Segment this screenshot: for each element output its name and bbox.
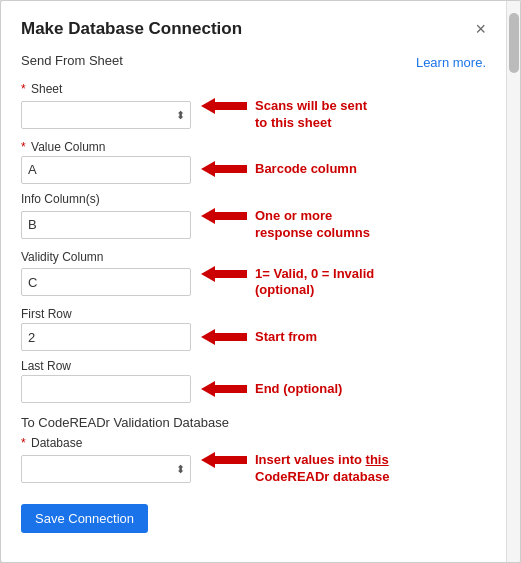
validity-column-input[interactable] xyxy=(21,268,191,296)
value-column-input[interactable] xyxy=(21,156,191,184)
sheet-input-row: Scans will be sentto this sheet xyxy=(21,98,486,132)
to-codereadr-label: To CodeREADr Validation Database xyxy=(21,415,486,430)
value-column-arrow-shaft xyxy=(215,165,247,173)
sheet-label: * Sheet xyxy=(21,82,486,96)
value-column-input-row: Barcode column xyxy=(21,156,486,184)
save-button-container: Save Connection xyxy=(21,494,486,533)
sheet-arrow-head xyxy=(201,98,215,114)
database-select[interactable] xyxy=(21,455,191,483)
info-columns-annotation: One or moreresponse columns xyxy=(201,208,370,242)
database-select-wrapper xyxy=(21,455,191,483)
send-from-sheet-label: Send From Sheet xyxy=(21,53,123,68)
info-columns-annotation-text: One or moreresponse columns xyxy=(255,208,370,242)
validity-column-annotation-text: 1= Valid, 0 = Invalid(optional) xyxy=(255,266,374,300)
validity-column-field-group: Validity Column 1= Valid, 0 = Invalid(op… xyxy=(21,250,486,300)
first-row-input-row: Start from xyxy=(21,323,486,351)
database-arrow-shaft xyxy=(215,456,247,464)
database-annotation-text: Insert values into thisCodeREADr databas… xyxy=(255,452,389,486)
validity-column-arrow-shaft xyxy=(215,270,247,278)
info-columns-arrow-head xyxy=(201,208,215,224)
value-column-label: * Value Column xyxy=(21,140,486,154)
dialog-title: Make Database Connection xyxy=(21,19,242,39)
first-row-annotation: Start from xyxy=(201,329,317,346)
sheet-annotation-text: Scans will be sentto this sheet xyxy=(255,98,367,132)
sheet-field-group: * Sheet Scans will be sentto this sheet xyxy=(21,82,486,132)
database-field-group: * Database Insert values into thisCodeRE… xyxy=(21,436,486,486)
scrollbar[interactable] xyxy=(506,1,520,562)
title-row: Make Database Connection × xyxy=(21,19,486,39)
first-row-arrow-shaft xyxy=(215,333,247,341)
info-columns-input-row: One or moreresponse columns xyxy=(21,208,486,242)
value-column-annotation-text: Barcode column xyxy=(255,161,357,178)
info-columns-field-group: Info Column(s) One or moreresponse colum… xyxy=(21,192,486,242)
value-column-field-group: * Value Column Barcode column xyxy=(21,140,486,184)
sheet-select[interactable] xyxy=(21,101,191,129)
last-row-arrow xyxy=(201,381,247,397)
first-row-arrow xyxy=(201,329,247,345)
dialog-content: Make Database Connection × Send From She… xyxy=(1,1,506,562)
last-row-input-row: End (optional) xyxy=(21,375,486,403)
database-arrow-head xyxy=(201,452,215,468)
validity-column-arrow xyxy=(201,266,247,282)
first-row-label: First Row xyxy=(21,307,486,321)
save-connection-button[interactable]: Save Connection xyxy=(21,504,148,533)
sheet-arrow-shaft xyxy=(215,102,247,110)
learn-more-link[interactable]: Learn more. xyxy=(416,55,486,70)
info-columns-arrow xyxy=(201,208,247,224)
last-row-label: Last Row xyxy=(21,359,486,373)
validity-column-input-row: 1= Valid, 0 = Invalid(optional) xyxy=(21,266,486,300)
info-columns-input[interactable] xyxy=(21,211,191,239)
first-row-input[interactable] xyxy=(21,323,191,351)
value-column-arrow xyxy=(201,161,247,177)
first-row-arrow-head xyxy=(201,329,215,345)
dialog: Make Database Connection × Send From She… xyxy=(0,0,521,563)
info-columns-arrow-shaft xyxy=(215,212,247,220)
database-label: * Database xyxy=(21,436,486,450)
send-from-sheet-header: Send From Sheet Learn more. xyxy=(21,53,486,72)
value-column-annotation: Barcode column xyxy=(201,161,357,178)
validity-column-annotation: 1= Valid, 0 = Invalid(optional) xyxy=(201,266,374,300)
scrollbar-thumb xyxy=(509,13,519,73)
last-row-annotation: End (optional) xyxy=(201,381,342,398)
last-row-annotation-text: End (optional) xyxy=(255,381,342,398)
sheet-select-wrapper xyxy=(21,101,191,129)
database-input-row: Insert values into thisCodeREADr databas… xyxy=(21,452,486,486)
sheet-annotation: Scans will be sentto this sheet xyxy=(201,98,367,132)
value-column-arrow-head xyxy=(201,161,215,177)
database-annotation: Insert values into thisCodeREADr databas… xyxy=(201,452,389,486)
database-arrow xyxy=(201,452,247,468)
info-columns-label: Info Column(s) xyxy=(21,192,486,206)
first-row-annotation-text: Start from xyxy=(255,329,317,346)
sheet-arrow xyxy=(201,98,247,114)
last-row-input[interactable] xyxy=(21,375,191,403)
last-row-arrow-shaft xyxy=(215,385,247,393)
close-button[interactable]: × xyxy=(475,20,486,38)
last-row-arrow-head xyxy=(201,381,215,397)
validity-column-label: Validity Column xyxy=(21,250,486,264)
first-row-field-group: First Row Start from xyxy=(21,307,486,351)
last-row-field-group: Last Row End (optional) xyxy=(21,359,486,403)
validity-column-arrow-head xyxy=(201,266,215,282)
